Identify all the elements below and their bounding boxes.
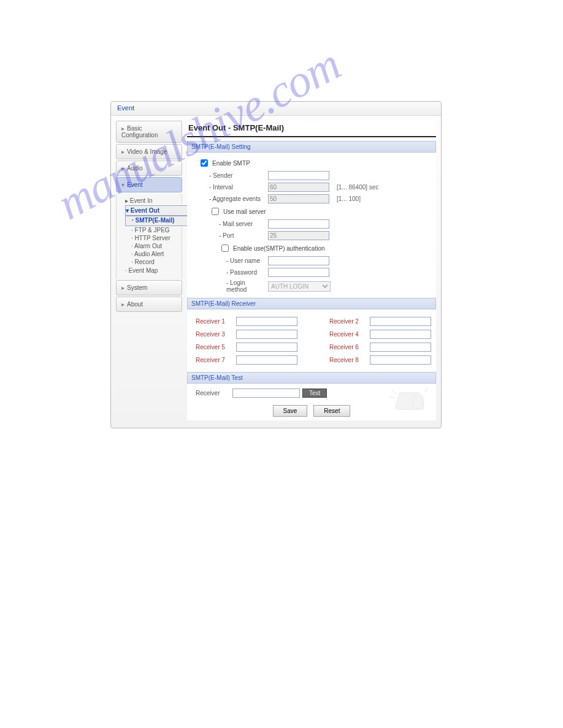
tree-item-event-out[interactable]: ▾ Event Out	[125, 205, 188, 216]
mail-server-input[interactable]	[268, 219, 329, 229]
test-receiver-label: Receiver	[196, 390, 230, 396]
user-label: - User name	[226, 257, 266, 264]
section-header-setting: SMTP(E-Mail) Setting	[187, 141, 436, 153]
receiver-7-label: Receiver 7	[196, 357, 232, 363]
tree-item-label: Event Map	[129, 267, 158, 274]
port-label: - Port	[219, 232, 266, 239]
sidebar-item-event[interactable]: ▾Event	[116, 177, 182, 192]
test-receiver-input[interactable]	[232, 389, 300, 398]
tree-item-label: Alarm Out	[134, 243, 162, 249]
interval-suffix: [1... 86400] sec	[337, 184, 378, 191]
tree-item-event-in[interactable]: ▸ Event In	[125, 196, 178, 205]
receiver-5-label: Receiver 5	[196, 344, 232, 351]
sidebar-item-about[interactable]: ▸About	[116, 297, 182, 312]
sidebar-item-label: About	[127, 301, 143, 308]
login-method-label: - Login method	[226, 279, 266, 293]
sender-label: - Sender	[209, 172, 266, 179]
password-label: - Password	[226, 269, 266, 276]
enable-smtp-checkbox[interactable]	[201, 159, 208, 167]
receiver-6-label: Receiver 6	[329, 344, 366, 351]
sidebar-item-audio[interactable]: ▸Audio	[116, 161, 182, 176]
receiver-2-label: Receiver 2	[329, 318, 366, 325]
port-input[interactable]	[268, 231, 329, 240]
sidebar: ▸Basic Configuration ▸Video & Image ▸Aud…	[116, 121, 182, 420]
tree-item-smtp[interactable]: · SMTP(E-Mail)	[125, 216, 188, 226]
sidebar-item-label: Event	[127, 181, 143, 188]
event-tree: ▸ Event In ▾ Event Out · SMTP(E-Mail) · …	[116, 194, 182, 279]
enable-auth-checkbox[interactable]	[221, 245, 229, 252]
reset-button[interactable]: Reset	[313, 405, 350, 417]
action-row: Save Reset	[187, 399, 436, 420]
interval-label: - Interval	[209, 184, 266, 191]
use-mail-server-label: Use mail server	[223, 208, 266, 215]
receiver-2-input[interactable]	[370, 317, 431, 326]
test-button[interactable]: Test	[302, 389, 327, 398]
tree-item-ftp[interactable]: · FTP & JPEG	[125, 226, 178, 234]
aggregate-input[interactable]	[268, 194, 329, 203]
sidebar-item-label: Video & Image	[127, 148, 167, 155]
receiver-8-label: Receiver 8	[329, 357, 366, 363]
sidebar-item-label: System	[127, 284, 147, 291]
receiver-6-input[interactable]	[370, 343, 431, 352]
collapse-icon: ▾	[121, 181, 127, 188]
tree-item-label: HTTP Server	[135, 235, 170, 241]
tree-item-event-map[interactable]: · Event Map	[125, 266, 178, 275]
expand-icon: ▸	[121, 284, 127, 291]
receiver-4-input[interactable]	[370, 330, 431, 339]
aggregate-suffix: [1... 100]	[337, 195, 361, 202]
expand-icon: ▸	[121, 301, 127, 308]
receiver-5-input[interactable]	[236, 343, 297, 352]
sidebar-item-video[interactable]: ▸Video & Image	[116, 144, 182, 159]
mail-server-label: - Mail server	[219, 221, 266, 227]
receiver-3-input[interactable]	[236, 330, 297, 339]
tree-item-http[interactable]: · HTTP Server	[125, 234, 178, 242]
user-input[interactable]	[268, 256, 329, 265]
tree-item-label: FTP & JPEG	[135, 227, 170, 233]
enable-smtp-label: Enable SMTP	[212, 160, 250, 167]
sidebar-item-label: Basic Configuration	[121, 125, 158, 138]
tree-item-record[interactable]: · Record	[125, 258, 178, 266]
receiver-4-label: Receiver 4	[329, 331, 366, 338]
window-title: Event	[111, 102, 441, 116]
tree-item-label: Event In	[130, 197, 153, 204]
save-button[interactable]: Save	[273, 405, 308, 417]
main-panel: Event Out - SMTP(E-Mail) SMTP(E-Mail) Se…	[187, 121, 436, 420]
login-method-select[interactable]: AUTH LOGIN	[268, 281, 331, 292]
tree-item-label: Audio Alert	[134, 251, 164, 257]
receiver-7-input[interactable]	[236, 355, 297, 365]
expand-icon: ▸	[121, 125, 127, 132]
interval-input[interactable]	[268, 183, 329, 192]
receiver-3-label: Receiver 3	[196, 331, 232, 338]
tree-item-label: Event Out	[131, 207, 159, 214]
receiver-grid: Receiver 1 Receiver 2 Receiver 3 Receive…	[187, 313, 436, 368]
receiver-1-label: Receiver 1	[196, 318, 232, 325]
section-header-receiver: SMTP(E-Mail) Receiver	[187, 298, 436, 309]
password-input[interactable]	[268, 268, 329, 277]
expand-icon: ▸	[121, 165, 127, 172]
tree-item-audio-alert[interactable]: · Audio Alert	[125, 250, 178, 258]
sidebar-item-label: Audio	[127, 165, 143, 172]
enable-auth-label: Enable use(SMTP) authentication	[233, 245, 325, 252]
receiver-1-input[interactable]	[236, 317, 297, 326]
sidebar-item-basic[interactable]: ▸Basic Configuration	[116, 121, 182, 143]
tree-item-alarm-out[interactable]: · Alarm Out	[125, 242, 178, 250]
sidebar-item-system[interactable]: ▸System	[116, 280, 182, 295]
expand-icon: ▸	[121, 148, 127, 155]
use-mail-server-checkbox[interactable]	[212, 208, 219, 215]
tree-item-label: Record	[135, 259, 155, 265]
tree-item-label: SMTP(E-Mail)	[136, 217, 175, 224]
app-window: Event ▸Basic Configuration ▸Video & Imag…	[110, 101, 442, 428]
receiver-8-input[interactable]	[370, 355, 431, 365]
sender-input[interactable]	[268, 171, 329, 180]
section-header-test: SMTP(E-Mail) Test	[187, 372, 436, 384]
aggregate-label: - Aggregate events	[209, 195, 266, 202]
page-title: Event Out - SMTP(E-Mail)	[187, 121, 436, 137]
